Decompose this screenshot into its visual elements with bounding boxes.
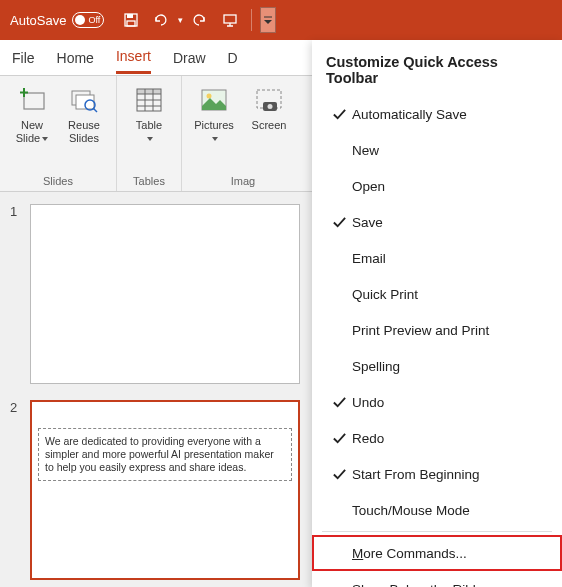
slideshow-icon[interactable] bbox=[217, 7, 243, 33]
menu-title: Customize Quick Access Toolbar bbox=[312, 40, 562, 96]
autosave-control[interactable]: AutoSave Off bbox=[10, 12, 104, 28]
tab-draw[interactable]: Draw bbox=[173, 43, 206, 73]
svg-point-11 bbox=[207, 94, 212, 99]
slide-thumbnails: 1 2 We are dedicated to providing everyo… bbox=[0, 192, 310, 587]
menu-item-print-preview-and-print[interactable]: Print Preview and Print bbox=[312, 312, 562, 348]
slide-preview-2: We are dedicated to providing everyone w… bbox=[30, 400, 300, 580]
thumbnail-1[interactable]: 1 bbox=[10, 204, 300, 384]
svg-rect-3 bbox=[224, 15, 236, 23]
group-tables: Table Tables bbox=[117, 76, 182, 191]
undo-dropdown-caret[interactable]: ▾ bbox=[178, 15, 183, 25]
group-label-images: Imag bbox=[231, 173, 255, 189]
menu-item-label: Undo bbox=[352, 395, 384, 410]
menu-separator bbox=[322, 531, 552, 532]
thumbnail-2[interactable]: 2 We are dedicated to providing everyone… bbox=[10, 400, 300, 580]
svg-rect-9 bbox=[137, 89, 161, 94]
menu-item-quick-print[interactable]: Quick Print bbox=[312, 276, 562, 312]
screenshot-icon bbox=[253, 84, 285, 116]
menu-item-label: Touch/Mouse Mode bbox=[352, 503, 470, 518]
tab-file[interactable]: File bbox=[12, 43, 35, 73]
customize-qat-menu: Customize Quick Access Toolbar Automatic… bbox=[312, 40, 562, 587]
reuse-slides-icon bbox=[68, 84, 100, 116]
menu-item-new[interactable]: New bbox=[312, 132, 562, 168]
customize-qat-button[interactable] bbox=[260, 7, 276, 33]
check-icon bbox=[326, 467, 352, 482]
autosave-label: AutoSave bbox=[10, 13, 66, 28]
group-images: Pictures Screen Imag bbox=[182, 76, 304, 191]
menu-item-touch-mouse-mode[interactable]: Touch/Mouse Mode bbox=[312, 492, 562, 528]
new-slide-icon bbox=[16, 84, 48, 116]
menu-item-save[interactable]: Save bbox=[312, 204, 562, 240]
svg-rect-4 bbox=[24, 93, 44, 109]
undo-icon[interactable] bbox=[148, 7, 174, 33]
menu-item-label: Start From Beginning bbox=[352, 467, 480, 482]
menu-item-label: Open bbox=[352, 179, 385, 194]
screenshot-button[interactable]: Screen bbox=[242, 84, 296, 132]
menu-item-label: Spelling bbox=[352, 359, 400, 374]
table-button[interactable]: Table bbox=[125, 84, 173, 144]
new-slide-button[interactable]: New Slide bbox=[8, 84, 56, 144]
pictures-button[interactable]: Pictures bbox=[190, 84, 238, 144]
menu-item-start-from-beginning[interactable]: Start From Beginning bbox=[312, 456, 562, 492]
menu-item-open[interactable]: Open bbox=[312, 168, 562, 204]
menu-more-commands[interactable]: More Commands... bbox=[312, 535, 562, 571]
svg-rect-2 bbox=[127, 21, 135, 26]
menu-item-label: Save bbox=[352, 215, 383, 230]
menu-item-automatically-save[interactable]: Automatically Save bbox=[312, 96, 562, 132]
menu-item-email[interactable]: Email bbox=[312, 240, 562, 276]
group-label-slides: Slides bbox=[43, 173, 73, 189]
tab-partial[interactable]: D bbox=[228, 43, 238, 73]
menu-item-label: Quick Print bbox=[352, 287, 418, 302]
quick-access-toolbar: ▾ bbox=[118, 7, 276, 33]
menu-item-label: Redo bbox=[352, 431, 384, 446]
check-icon bbox=[326, 215, 352, 230]
check-icon bbox=[326, 431, 352, 446]
group-label-tables: Tables bbox=[133, 173, 165, 189]
menu-item-undo[interactable]: Undo bbox=[312, 384, 562, 420]
check-icon bbox=[326, 395, 352, 410]
menu-item-label: Email bbox=[352, 251, 386, 266]
check-icon bbox=[326, 107, 352, 122]
tab-insert[interactable]: Insert bbox=[116, 41, 151, 74]
reuse-slides-button[interactable]: Reuse Slides bbox=[60, 84, 108, 144]
save-icon[interactable] bbox=[118, 7, 144, 33]
qat-divider bbox=[251, 9, 252, 31]
pictures-icon bbox=[198, 84, 230, 116]
svg-rect-1 bbox=[127, 14, 133, 18]
menu-item-label: New bbox=[352, 143, 379, 158]
tab-home[interactable]: Home bbox=[57, 43, 94, 73]
menu-show-below-ribbon[interactable]: Show Below the Ribbon bbox=[312, 571, 562, 587]
menu-item-spelling[interactable]: Spelling bbox=[312, 348, 562, 384]
title-bar: AutoSave Off ▾ bbox=[0, 0, 562, 40]
menu-item-redo[interactable]: Redo bbox=[312, 420, 562, 456]
redo-icon[interactable] bbox=[187, 7, 213, 33]
table-icon bbox=[133, 84, 165, 116]
menu-item-label: Automatically Save bbox=[352, 107, 467, 122]
group-slides: New Slide Reuse Slides Slides bbox=[0, 76, 117, 191]
autosave-toggle[interactable]: Off bbox=[72, 12, 104, 28]
slide-preview-1 bbox=[30, 204, 300, 384]
slide-textbox: We are dedicated to providing everyone w… bbox=[38, 428, 292, 481]
svg-point-14 bbox=[268, 104, 273, 109]
menu-item-label: Print Preview and Print bbox=[352, 323, 489, 338]
